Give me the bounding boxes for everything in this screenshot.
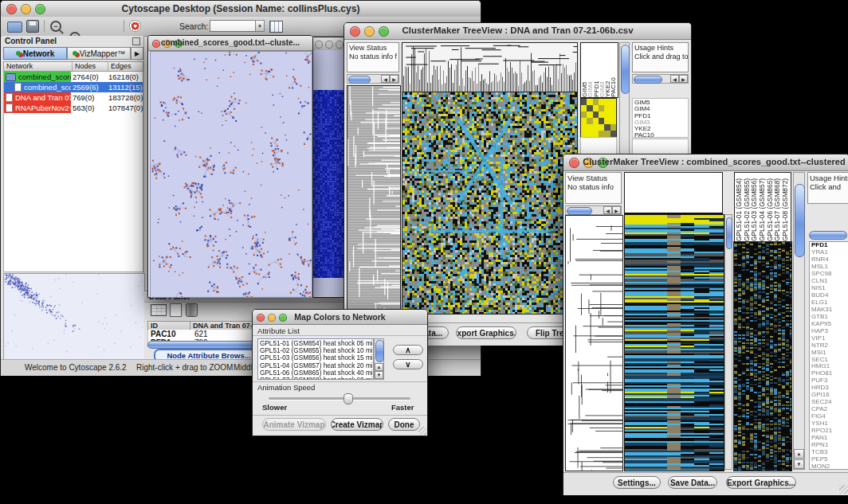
scroll-down-icon[interactable]: ▼ [375,371,383,379]
network-nodes-count: 769(0) [73,93,94,102]
treeview1-title: ClusterMaker TreeView : DNA and Tran 07-… [344,25,691,35]
treeview-action-button[interactable]: Export Graphics... [456,326,516,339]
row-dendrogram[interactable] [565,215,623,471]
treeview2-title-bar[interactable]: ClusterMaker TreeView : combined_scores_… [563,154,848,171]
row-dendrogram[interactable] [347,85,401,315]
attribute-list-item[interactable]: GPL51-02 (GSM855) heat shock 10 min [260,347,371,354]
scroll-right-icon[interactable]: ▶ [612,206,621,214]
toolbar-separator [44,20,45,32]
treeview2-vscrollbar[interactable]: ▲ ▼ [793,172,805,470]
attribute-list-item[interactable]: GPL51-07 (GSM868) heat shock 60 min [260,377,371,380]
done-button[interactable]: Done [388,418,420,431]
usage-hints-sub: Click and drag to [634,53,686,61]
treeview-action-button[interactable]: Settings... [613,476,661,489]
column-dendrogram[interactable] [402,42,578,93]
map-colors-dialog: Map Colors to Network Attribute List GPL… [252,309,428,436]
gene-list-hscrollbar[interactable] [809,231,847,240]
open-session-icon[interactable] [7,21,22,33]
view-status-box: View Status No status info f [347,42,399,72]
heatmap-main[interactable] [624,214,724,471]
attribute-list-item[interactable]: GPL51-04 (GSM857) heat shock 20 min [260,362,371,369]
network-tab-icon [73,51,77,56]
attribute-list-vscrollbar[interactable]: ▲ ▼ [374,338,384,380]
network-tab-icon [16,51,21,56]
scroll-left-icon[interactable]: ◀ [603,206,612,214]
status-hscrollbar[interactable]: ◀ ▶ [565,205,622,215]
status-hscrollbar[interactable]: ◀ ▶ [347,74,399,84]
treeview2-gene-list[interactable]: PFD1YRA1RNR4MSL1SPC98CLN1NIS1BUD4ELG1MAK… [809,241,848,470]
move-down-button[interactable]: ∨ [393,359,423,369]
network-row[interactable]: RNAPuberNov2+ 563(0) 107847(0) [4,103,143,113]
slider-slower-label: Slower [262,403,287,412]
attribute-list[interactable]: GPL51-01 (GSM854) heat shock 05 minGPL51… [257,338,374,380]
column-label: GPL51-07 (GSM868) [773,173,781,241]
network-edges-count: 107847(0) [108,104,143,112]
main-title-bar[interactable]: Cytoscape Desktop (Session Name: collins… [1,1,481,18]
birdseye-view[interactable] [3,273,145,360]
attribute-list-label: Attribute List [257,326,300,335]
network-row[interactable]: DNA and Tran 07 769(0) 183728(0) [4,92,143,103]
scroll-right-icon[interactable]: ▶ [679,75,688,83]
delete-attribute-icon[interactable] [186,303,198,317]
attribute-list-item[interactable]: GPL51-03 (GSM856) heat shock 15 min [260,354,371,361]
heatmap-vscrollbar[interactable] [724,214,732,470]
treeview1-title-bar[interactable]: ClusterMaker TreeView : DNA and Tran 07-… [344,23,691,40]
treeview-action-button[interactable]: Save Data... [668,476,717,489]
attribute-list-item[interactable]: GPL51-06 (GSM865) heat shock 40 min [260,369,371,377]
blue-network-canvas-bg[interactable] [312,50,346,296]
move-up-button[interactable]: ∧ [393,345,423,355]
panel-tab[interactable]: Network [3,47,67,60]
usage-hscrollbar[interactable]: ◀ ▶ [632,74,689,84]
treeview2-title: ClusterMaker TreeView : combined_scores_… [579,157,848,166]
network-name: combined_scores [18,72,71,81]
save-session-icon[interactable] [26,20,39,33]
attribute-list-item[interactable]: GPL51-01 (GSM854) heat shock 05 min [260,340,371,347]
blue-window-title-bar[interactable] [312,37,347,51]
resize-grip[interactable] [839,485,848,494]
dialog-title-bar[interactable]: Map Colors to Network [253,310,427,325]
resize-grip[interactable] [418,427,426,435]
close-button[interactable] [569,158,579,168]
view-status-label: View Status [349,44,397,53]
tab-overflow-arrow[interactable]: ▶ [131,47,143,60]
scroll-up-icon[interactable]: ▲ [375,363,383,371]
zoom-out-icon[interactable]: − [50,21,61,32]
network-window-title-bar[interactable]: combined_scores_good.txt--cluste... [148,36,312,51]
search-input[interactable] [210,20,256,32]
search-dropdown-button[interactable]: ▼ [255,20,265,32]
table-import-icon[interactable] [269,21,283,33]
network-row[interactable]: combined_scores 2764(0) 16218(0) [4,72,143,82]
heatmap-main[interactable] [402,92,578,315]
network-name: RNAPuberNov2+ [15,104,71,112]
float-panel-icon[interactable] [132,37,140,45]
column-label: GPL51-04 (GSM857) [758,173,766,241]
create-vizmap-button[interactable]: Create Vizmap [331,418,383,431]
scroll-right-icon[interactable]: ▶ [390,75,398,83]
gene-label[interactable]: MON2 [811,463,846,470]
attribute-select-icon[interactable] [151,304,167,316]
network-row[interactable]: combined_sco 2569(6) 13112(15) [4,82,143,92]
minimize-button[interactable] [325,41,333,49]
animation-speed-slider[interactable] [269,397,410,400]
scroll-up-icon[interactable]: ▲ [794,449,804,459]
scroll-left-icon[interactable]: ◀ [670,75,679,83]
network-nodes-count: 563(0) [73,104,94,112]
slider-thumb[interactable] [344,393,353,404]
heatmap-zoom-matrix[interactable] [580,98,617,138]
zoom-window-button[interactable] [336,41,344,49]
network-item-icon [6,73,16,81]
column-tree-area[interactable] [624,172,723,214]
scroll-down-icon[interactable]: ▼ [794,459,804,469]
panel-tab[interactable]: VizMapper™ [67,47,131,60]
treeview1-gene-list[interactable]: GIM5GIM4PFD1GIM3YKE2PAC10 [632,98,689,138]
new-attribute-icon[interactable] [170,303,182,317]
scroll-left-icon[interactable]: ◀ [381,75,390,83]
animate-vizmap-button[interactable]: Animate Vizmap [262,418,326,431]
blue-network-view[interactable] [313,90,346,278]
close-button[interactable] [315,41,323,49]
network-view-canvas[interactable] [150,51,312,298]
heatmap-zoom-view[interactable] [733,241,792,471]
usage-hints-box: Usage Hints Click and drag to [632,42,689,72]
treeview-action-button[interactable]: Export Graphics... [726,476,796,489]
help-lifesaver-icon[interactable] [129,20,141,32]
